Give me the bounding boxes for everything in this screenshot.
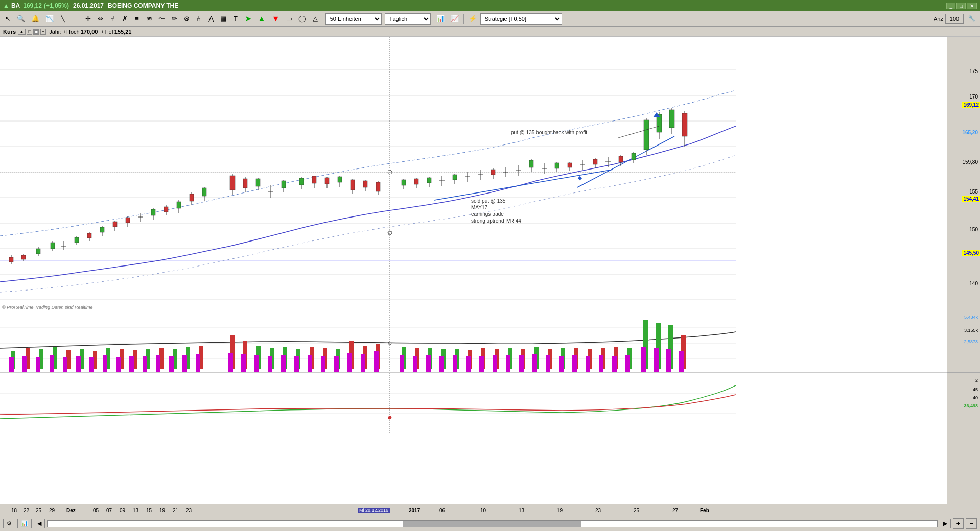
cross-tool[interactable]: ✛ xyxy=(82,13,94,25)
svg-rect-199 xyxy=(321,356,325,373)
magnify-tool[interactable]: 🔍 xyxy=(14,13,28,25)
minimize-button[interactable]: _ xyxy=(946,3,955,9)
strategy-icon[interactable]: ⚡ xyxy=(466,13,479,25)
up-arrow-tool[interactable]: ▲ xyxy=(255,13,268,25)
svg-rect-88 xyxy=(491,170,495,175)
right-price-scale: 175 170 169,12 165,20 159,80 155 154,41 … xyxy=(947,37,980,516)
svg-rect-116 xyxy=(669,110,674,128)
xaxis-29: 29 xyxy=(49,508,55,513)
svg-rect-108 xyxy=(619,156,623,162)
strategy-select[interactable]: Strategie [T0,50] xyxy=(480,13,562,25)
arrow-tool[interactable]: ↖ xyxy=(2,13,13,25)
svg-rect-20 xyxy=(21,255,26,259)
fan-tool[interactable]: ⊗ xyxy=(181,13,192,25)
price-145-50: 145,50 xyxy=(962,250,980,256)
x-tool[interactable]: ✗ xyxy=(119,13,130,25)
maximize-button[interactable]: □ xyxy=(956,3,966,9)
svg-rect-215 xyxy=(546,355,550,373)
wave-tool[interactable]: 〜 xyxy=(156,13,168,25)
volume-chart[interactable] xyxy=(0,312,947,373)
macd-chart[interactable]: 18 22 25 29 Dez 05 07 09 13 15 19 21 23 … xyxy=(0,373,947,516)
svg-rect-186 xyxy=(129,356,134,373)
macd-svg xyxy=(0,373,736,434)
text-tool[interactable]: T xyxy=(230,13,241,25)
vol-25873: 2,5873 xyxy=(964,339,978,344)
xaxis-23b: 23 xyxy=(595,508,601,513)
pencil-tool[interactable]: ✏ xyxy=(169,13,180,25)
svg-rect-202 xyxy=(361,354,365,373)
svg-rect-72 xyxy=(376,182,380,191)
hline-tool[interactable]: — xyxy=(69,13,81,25)
vol-3155k: 3.155k xyxy=(964,328,978,333)
xaxis-19b: 19 xyxy=(557,508,563,513)
down-arrow-tool[interactable]: ▼ xyxy=(269,13,283,25)
toolbar: ↖ 🔍 🔔 📉 ╲ — ✛ ⇔ ⑂ ✗ ≡ ≋ 〜 ✏ ⊗ ⑃ ⋀ ▦ T ➤ … xyxy=(0,11,980,27)
bucket-tool[interactable]: ▦ xyxy=(218,13,229,25)
svg-rect-216 xyxy=(559,356,564,373)
svg-rect-210 xyxy=(479,356,484,373)
kurs-icon-4[interactable]: + xyxy=(40,29,46,35)
svg-rect-219 xyxy=(599,355,603,373)
year-high-label: Jahr: +Hoch xyxy=(49,29,80,35)
price-154-41: 154,41 xyxy=(962,196,980,202)
kurs-icon-3[interactable]: ■ xyxy=(33,29,39,35)
rect-tool[interactable]: ▭ xyxy=(284,13,295,25)
svg-rect-180 xyxy=(50,355,54,373)
title-bar: ▲ BA 169,12 (+1,05%) 26.01.2017 BOEING C… xyxy=(0,0,980,11)
scroll-thumb[interactable] xyxy=(403,521,581,527)
volume-scale-section: 5.434k 3.155k 2,5873 xyxy=(947,312,980,373)
vol-5434k: 5.434k xyxy=(964,315,978,320)
alert-tool[interactable]: 🔔 xyxy=(29,13,42,25)
units-select[interactable]: 50 Einheiten 100 Einheiten 200 Einheiten xyxy=(325,13,382,25)
xaxis-mi28: Mi 28.12.2016 xyxy=(358,508,390,513)
svg-rect-189 xyxy=(169,356,174,373)
scroll-bar[interactable] xyxy=(47,520,938,527)
settings-button[interactable]: ⚙ xyxy=(3,519,15,528)
zoom-in-button[interactable]: + xyxy=(953,518,964,529)
indicator2-button[interactable]: 📈 xyxy=(448,13,461,25)
oval-tool[interactable]: ◯ xyxy=(296,13,309,25)
price-140: 140 xyxy=(969,281,978,286)
anz-settings[interactable]: 🔧 xyxy=(966,13,978,25)
anz-input[interactable] xyxy=(945,14,964,24)
chart-settings-button[interactable]: 📊 xyxy=(17,519,32,528)
svg-rect-224 xyxy=(666,349,671,373)
scroll-right-button[interactable]: ▶ xyxy=(940,519,951,528)
svg-rect-64 xyxy=(325,178,329,184)
fork2-tool[interactable]: ⑃ xyxy=(193,13,204,25)
arrow2-tool[interactable]: ⇔ xyxy=(95,13,106,25)
svg-rect-177 xyxy=(9,357,14,373)
fork-tool[interactable]: ⑂ xyxy=(107,13,118,25)
svg-rect-213 xyxy=(519,355,524,373)
svg-rect-82 xyxy=(453,175,457,180)
indicator-button[interactable]: 📊 xyxy=(434,13,447,25)
svg-rect-30 xyxy=(87,233,91,238)
arrow-right-tool[interactable]: ➤ xyxy=(242,13,254,25)
triangle-tool[interactable]: △ xyxy=(310,13,321,25)
x-axis: 18 22 25 29 Dez 05 07 09 13 15 19 21 23 … xyxy=(0,504,947,516)
xaxis-18: 18 xyxy=(11,508,17,513)
svg-rect-94 xyxy=(529,160,533,167)
annotation-profit: put @ 135 bought back with profit xyxy=(511,130,587,135)
svg-rect-22 xyxy=(36,249,40,254)
xaxis-23: 23 xyxy=(186,508,192,513)
price-chart[interactable]: put @ 135 bought back with profit sold p… xyxy=(0,37,947,312)
scroll-left-button[interactable]: ◀ xyxy=(34,519,45,528)
zigzag-tool[interactable]: ⋀ xyxy=(205,13,217,25)
macd-36498: 36,498 xyxy=(964,403,978,408)
timeframe-select[interactable]: Täglich Wöchentlich Monatlich Stündlich xyxy=(385,13,431,25)
channel-tool[interactable]: ≡ xyxy=(131,13,143,25)
xaxis-10: 10 xyxy=(480,508,486,513)
svg-rect-223 xyxy=(654,348,659,373)
line-tool[interactable]: ╲ xyxy=(57,13,68,25)
svg-rect-40 xyxy=(151,209,155,215)
svg-rect-74 xyxy=(402,180,406,185)
svg-rect-185 xyxy=(116,357,121,373)
zoom-out-button[interactable]: − xyxy=(966,518,977,529)
fib-tool[interactable]: ≋ xyxy=(144,13,155,25)
close-button[interactable]: ✕ xyxy=(967,3,977,9)
svg-rect-209 xyxy=(466,356,471,373)
trend-down-tool[interactable]: 📉 xyxy=(43,13,56,25)
price-150: 150 xyxy=(969,227,978,232)
kurs-icon-2[interactable]: □ xyxy=(27,29,32,35)
